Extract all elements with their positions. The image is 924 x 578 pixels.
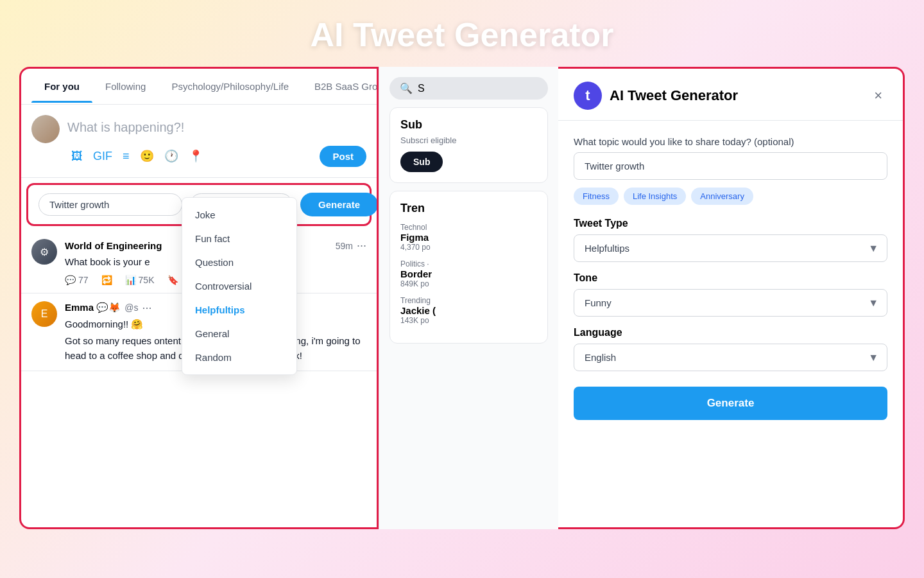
dropdown-item-controversial[interactable]: Controversial (182, 274, 296, 298)
tweet-type-section-label: Tweet Type (574, 218, 887, 229)
tweet-handle-2: @s (124, 302, 138, 313)
language-section: Language English Spanish French German ▼ (574, 327, 887, 371)
subscribe-text: Subscri eligible (400, 136, 537, 145)
views-action-1[interactable]: 📊 75K (125, 275, 155, 285)
modal-close-button[interactable]: × (869, 85, 887, 107)
trending-posts-2: 849K po (400, 279, 537, 288)
tab-psychology[interactable]: Psychology/Philosophy/Life (158, 71, 302, 102)
dropdown-item-funfact[interactable]: Fun fact (182, 227, 296, 250)
trending-category-1: Technol (400, 223, 537, 232)
modal-title: AI Tweet Generator (610, 87, 861, 104)
tweet-more-1[interactable]: ··· (357, 239, 366, 252)
ai-modal: t AI Tweet Generator × What topic would … (558, 67, 905, 529)
compose-toolbar: 🖼 GIF ≡ 🙂 🕐 📍 Post (67, 145, 366, 167)
location-icon[interactable]: 📍 (185, 145, 207, 167)
trending-item-2[interactable]: Politics · Border 849K po (400, 259, 537, 288)
retweet-action-1[interactable]: 🔁 (101, 275, 112, 285)
tweet-name-1: World of Engineering (65, 240, 162, 251)
language-select-wrapper: English Spanish French German ▼ (574, 344, 887, 371)
dropdown-item-general[interactable]: General (182, 322, 296, 346)
modal-generate-button[interactable]: Generate (574, 387, 887, 420)
emoji-icon[interactable]: 🙂 (136, 145, 158, 167)
user-avatar (31, 115, 60, 143)
chip-anniversary[interactable]: Anniversary (691, 188, 753, 205)
compose-area: What is happening?! 🖼 GIF ≡ 🙂 🕐 📍 Post (21, 105, 377, 178)
language-section-label: Language (574, 327, 887, 338)
tweet-avatar-1: ⚙ (31, 239, 57, 265)
tweet-more-2[interactable]: ··· (142, 301, 151, 315)
modal-logo: t (574, 82, 602, 110)
compose-placeholder[interactable]: What is happening?! (67, 115, 366, 140)
modal-body: What topic would you like to share today… (558, 121, 903, 527)
right-sidebar: 🔍 S Sub Subscri eligible Sub Tren Techno… (379, 67, 558, 529)
tweet-type-section: Tweet Type Helpfultips Joke Fun fact Que… (574, 218, 887, 262)
tone-section-label: Tone (574, 272, 887, 284)
topic-field-label: What topic would you like to share today… (574, 136, 887, 147)
trending-item-1[interactable]: Technol Figma 4,370 po (400, 223, 537, 252)
trending-item-3[interactable]: Trending Jackie ( 143K po (400, 296, 537, 325)
generate-button[interactable]: Generate (300, 193, 378, 216)
search-placeholder: S (418, 83, 425, 94)
trending-posts-1: 4,370 po (400, 243, 537, 252)
dropdown-item-joke[interactable]: Joke (182, 203, 296, 227)
trending-category-2: Politics · (400, 259, 537, 268)
tweet-time-1: 59m (336, 241, 353, 251)
compose-right: What is happening?! 🖼 GIF ≡ 🙂 🕐 📍 Post (67, 115, 366, 167)
trending-title: Tren (400, 202, 537, 215)
tab-for-you[interactable]: For you (31, 71, 92, 102)
dropdown-item-helpfultips[interactable]: Helpfultips (182, 298, 296, 322)
trending-topic-1: Figma (400, 232, 537, 243)
search-icon: 🔍 (400, 82, 413, 94)
tone-select[interactable]: Funny Serious Inspiring Casual (574, 289, 887, 317)
search-bar[interactable]: 🔍 S (389, 77, 548, 100)
tab-following[interactable]: Following (92, 71, 158, 102)
subscribe-button[interactable]: Sub (400, 152, 443, 172)
bookmark-action-1[interactable]: 🔖 (167, 275, 178, 285)
topic-input[interactable] (38, 193, 182, 216)
language-select[interactable]: English Spanish French German (574, 344, 887, 371)
dropdown-item-random[interactable]: Random (182, 346, 296, 369)
modal-header: t AI Tweet Generator × (558, 69, 903, 121)
tweet-type-select[interactable]: Helpfultips Joke Fun fact Question Contr… (574, 234, 887, 262)
modal-logo-letter: t (585, 87, 590, 104)
dropdown-item-question[interactable]: Question (182, 250, 296, 274)
trending-topic-2: Border (400, 268, 537, 279)
trending-category-3: Trending (400, 296, 537, 305)
tone-section: Tone Funny Serious Inspiring Casual ▼ (574, 272, 887, 317)
schedule-icon[interactable]: 🕐 (160, 145, 182, 167)
trending-posts-3: 143K po (400, 316, 537, 325)
tweet-type-select-wrapper: Helpfultips Joke Fun fact Question Contr… (574, 234, 887, 262)
image-icon[interactable]: 🖼 (67, 146, 87, 167)
gif-icon[interactable]: GIF (89, 146, 116, 167)
suggestion-chips: Fitness Life Insights Anniversary (574, 188, 887, 205)
twitter-panel: For you Following Psychology/Philosophy/… (19, 67, 379, 529)
chip-fitness[interactable]: Fitness (574, 188, 619, 205)
modal-topic-input[interactable] (574, 152, 887, 180)
dropdown-menu: Joke Fun fact Question Controversial Hel… (182, 197, 297, 375)
tabs-bar: For you Following Psychology/Philosophy/… (21, 69, 377, 105)
chip-life-insights[interactable]: Life Insights (624, 188, 686, 205)
subscribe-title: Sub (400, 118, 537, 132)
subscribe-box: Sub Subscri eligible Sub (389, 107, 548, 183)
post-button[interactable]: Post (320, 146, 366, 167)
list-icon[interactable]: ≡ (119, 146, 133, 167)
tweet-avatar-2: E (31, 301, 57, 327)
reply-action-1[interactable]: 💬 77 (65, 275, 89, 285)
tweet-name-2: Emma 💬🦊 (65, 302, 121, 313)
tone-select-wrapper: Funny Serious Inspiring Casual ▼ (574, 289, 887, 317)
page-title: AI Tweet Generator (0, 0, 924, 67)
trending-topic-3: Jackie ( (400, 305, 537, 316)
tab-b2b[interactable]: B2B SaaS Growt (302, 71, 379, 102)
trending-box: Tren Technol Figma 4,370 po Politics · B… (389, 191, 548, 344)
